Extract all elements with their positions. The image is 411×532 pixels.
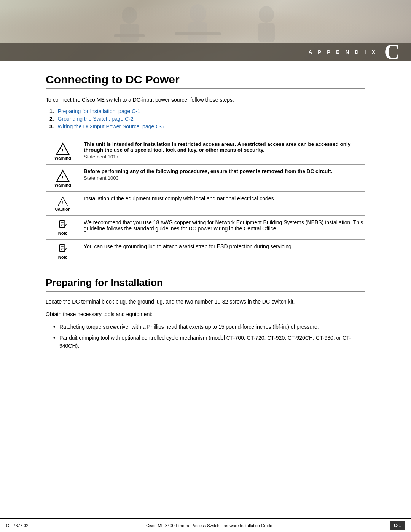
bullet-2: Panduit crimping tool with optional cont… xyxy=(53,334,365,350)
section-body-1: Locate the DC terminal block plug, the g… xyxy=(46,298,365,306)
footer-left: OL-7677-02 xyxy=(6,523,29,528)
section-title: Preparing for Installation xyxy=(46,277,365,289)
warning-triangle-icon-1: ! xyxy=(56,142,70,156)
warning-2-label: Warning xyxy=(54,183,71,187)
title-rule xyxy=(46,88,365,89)
warning-1-icon-col: ! Warning xyxy=(46,141,80,160)
footer-center: Cisco ME 3400 Ethernet Access Switch Har… xyxy=(146,523,272,528)
warning-1-statement: Statement 1017 xyxy=(84,154,365,160)
footer-right: C-1 xyxy=(390,521,405,530)
appendix-letter: C xyxy=(384,41,400,61)
svg-rect-7 xyxy=(175,32,221,35)
warning-2-body: Before performing any of the following p… xyxy=(80,168,365,182)
step-2-link[interactable]: Grounding the Switch, page C-2 xyxy=(58,116,134,122)
note-2-text: You can use the grounding lug to attach … xyxy=(84,243,365,249)
note-pencil-icon-2 xyxy=(57,244,68,255)
header-image: A P P E N D I X C xyxy=(0,0,411,61)
note-1-body: We recommend that you use 18 AWG copper … xyxy=(80,219,365,232)
page-footer: OL-7677-02 Cisco ME 3400 Ethernet Access… xyxy=(0,518,411,532)
svg-point-0 xyxy=(122,7,137,24)
svg-text:!: ! xyxy=(62,200,64,205)
section-body-2: Obtain these necessary tools and equipme… xyxy=(46,310,365,318)
step-3: Wiring the DC-Input Power Source, page C… xyxy=(49,123,365,129)
warning-1-label: Warning xyxy=(54,156,71,160)
appendix-bar: A P P E N D I X C xyxy=(0,43,411,61)
step-2: Grounding the Switch, page C-2 xyxy=(49,116,365,122)
svg-rect-6 xyxy=(114,34,145,37)
svg-text:!: ! xyxy=(62,174,64,181)
caution-triangle-icon: ! xyxy=(57,196,68,207)
note-2-icon-col: Note xyxy=(46,243,80,259)
warning-1-body: This unit is intended for installation i… xyxy=(80,141,365,160)
warning-triangle-icon-2: ! xyxy=(56,169,70,183)
step-3-link[interactable]: Wiring the DC-Input Power Source, page C… xyxy=(58,123,164,129)
note-1-icon-col: Note xyxy=(46,219,80,235)
caution-label: Caution xyxy=(55,207,71,211)
section-rule xyxy=(46,291,365,292)
step-1-link[interactable]: Preparing for Installation, page C-1 xyxy=(58,108,140,114)
bullet-list: Ratcheting torque screwdriver with a Phi… xyxy=(53,323,365,350)
note-1: Note We recommend that you use 18 AWG co… xyxy=(46,215,365,239)
note-pencil-icon-1 xyxy=(57,220,68,231)
warning-1: ! Warning This unit is intended for inst… xyxy=(46,137,365,164)
caution-body: Installation of the equipment must compl… xyxy=(80,195,365,202)
warning-2: ! Warning Before performing any of the f… xyxy=(46,164,365,191)
bullet-1: Ratcheting torque screwdriver with a Phi… xyxy=(53,323,365,331)
svg-rect-5 xyxy=(258,23,275,42)
appendix-label: A P P E N D I X xyxy=(309,49,378,55)
note-2: Note You can use the grounding lug to at… xyxy=(46,239,365,263)
caution-text: Installation of the equipment must compl… xyxy=(84,195,365,201)
warning-2-icon-col: ! Warning xyxy=(46,168,80,187)
svg-point-4 xyxy=(259,6,274,23)
svg-rect-3 xyxy=(188,22,207,42)
warning-2-statement: Statement 1003 xyxy=(84,175,365,181)
warning-1-text: This unit is intended for installation i… xyxy=(84,141,365,153)
warning-2-text: Before performing any of the following p… xyxy=(84,168,365,174)
caution-icon-col: ! Caution xyxy=(46,195,80,211)
page-title: Connecting to DC Power xyxy=(46,73,365,86)
note-2-label: Note xyxy=(58,255,67,259)
main-content: Connecting to DC Power To connect the Ci… xyxy=(0,73,411,370)
header-figures xyxy=(0,4,411,42)
intro-text: To connect the Cisco ME switch to a DC-i… xyxy=(46,97,365,103)
notices-container: ! Warning This unit is intended for inst… xyxy=(46,137,365,263)
step-1: Preparing for Installation, page C-1 xyxy=(49,108,365,114)
note-2-body: You can use the grounding lug to attach … xyxy=(80,243,365,250)
note-1-text: We recommend that you use 18 AWG copper … xyxy=(84,219,365,232)
svg-point-2 xyxy=(190,4,206,22)
note-1-label: Note xyxy=(58,231,67,235)
steps-list: Preparing for Installation, page C-1 Gro… xyxy=(49,108,365,129)
caution-1: ! Caution Installation of the equipment … xyxy=(46,191,365,215)
svg-text:!: ! xyxy=(62,147,64,153)
svg-rect-1 xyxy=(120,24,139,42)
